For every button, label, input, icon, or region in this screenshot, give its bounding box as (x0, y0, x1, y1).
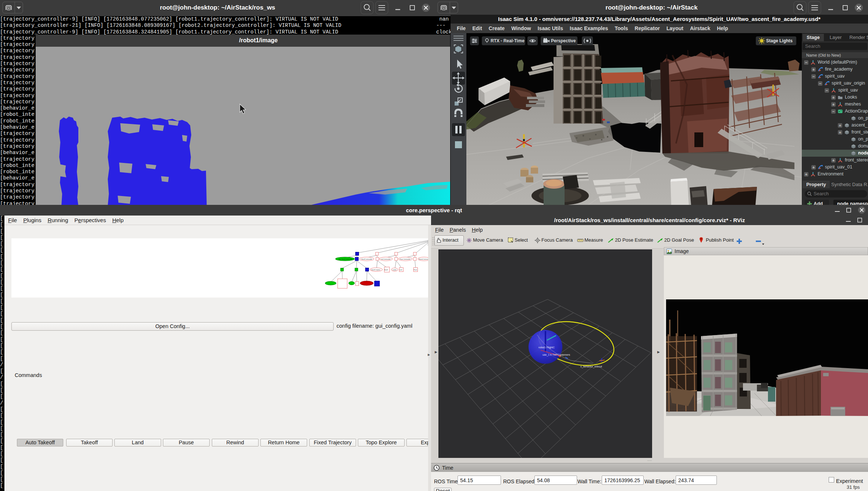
svg-text:Takeoff Commanded: Takeoff Commanded (361, 259, 372, 260)
svg-text:Pause: Pause (414, 269, 417, 271)
svg-text:Land: Land (399, 269, 402, 271)
svg-text:Auto Takeoff Commanded: Auto Takeoff Commanded (339, 259, 352, 260)
svg-text:Rewind Command: Rewind Command (419, 259, 428, 260)
svg-text:Landed: Landed (392, 269, 396, 271)
svg-text:x_behavior_execut: x_behavior_execut (580, 365, 602, 368)
svg-text:Takeoff: Takeoff (384, 269, 388, 271)
svg-text:uav_1 it TMPC/planners: uav_1 it TMPC/planners (542, 353, 570, 356)
svg-text:robot1 FlightC: robot1 FlightC (538, 346, 555, 349)
svg-text:Takeoff Complete: Takeoff Complete (371, 269, 380, 271)
svg-text:Pause Commanded: Pause Commanded (400, 259, 410, 260)
svg-text:Land Commanded: Land Commanded (381, 259, 390, 260)
